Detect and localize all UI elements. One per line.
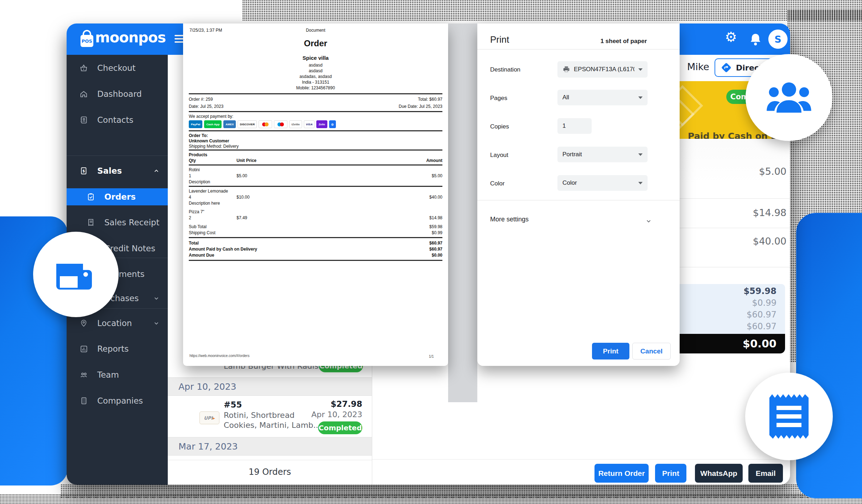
color-label: Color (490, 180, 505, 187)
payment-icon-zelle: Zelle (316, 120, 327, 128)
order-id: #55 (224, 400, 242, 409)
address-line: asdasd (183, 63, 448, 68)
payment-icon-card: ◎ (329, 120, 336, 128)
products-label: Products (189, 152, 207, 157)
sidebar-item-companies[interactable]: Companies (67, 392, 168, 409)
notification-bell-icon[interactable] (749, 32, 762, 46)
dialog-print-button[interactable]: Print (592, 343, 629, 359)
order-date: Apr 10, 2023 (311, 410, 362, 419)
more-settings-toggle[interactable]: More settings (490, 216, 667, 226)
sidebar-item-sales[interactable]: $ Sales (67, 162, 168, 179)
print-preview-backdrop (448, 23, 477, 402)
order-total-top: Total: $60.97 (418, 97, 442, 102)
order-number: Order #: 259 (189, 97, 213, 102)
payment-icon-paypal: PayPal (189, 120, 202, 128)
payment-icon-discover: DISCOVER (238, 120, 257, 128)
layout-select[interactable]: Portrait (557, 147, 648, 162)
settings-gear-icon[interactable]: ⚙ (725, 29, 737, 45)
item-amount: $5.00 (432, 173, 442, 178)
payment-icon-mastercard (259, 120, 272, 128)
user-avatar[interactable]: S (768, 30, 788, 49)
line-amount: $40.00 (753, 236, 786, 247)
moonpos-logo-icon: POS (78, 30, 95, 48)
direction-icon (721, 62, 732, 73)
order-items-line2: Cookies, Martini, Lamb... (224, 421, 321, 430)
shipping-method: Shipping Method: Delivery (189, 144, 239, 149)
item-unit: $7.49 (237, 215, 247, 220)
subtotal-value: $59.98 (429, 224, 442, 229)
dialog-cancel-button[interactable]: Cancel (632, 343, 671, 359)
total-value: $60.97 (429, 241, 442, 246)
clipboard-check-icon (87, 193, 95, 201)
receipt-icon (769, 394, 809, 439)
footer-url: https://web.mooninvoice.com/#/orders (189, 354, 249, 358)
customers-feature-circle (746, 54, 832, 141)
people-group-icon (766, 78, 812, 117)
sidebar-item-contacts[interactable]: Contacts (67, 111, 168, 128)
chevron-up-icon (153, 167, 160, 174)
sidebar-item-location[interactable]: Location (67, 315, 168, 332)
item-qty: 1 (189, 173, 191, 178)
return-order-button[interactable]: Return Order (594, 464, 649, 483)
destination-select[interactable]: EPSON47F13A (L6170 (557, 61, 648, 78)
amount-paid-value: $60.97 (429, 247, 442, 252)
chevron-down-icon (153, 320, 160, 327)
item-name: Rotini (189, 167, 200, 172)
amount-due-label: Amount Due (189, 253, 214, 258)
dropdown-caret-icon (638, 96, 643, 99)
bar-chart-icon (79, 345, 88, 353)
sidebar-item-orders[interactable]: Orders (67, 188, 168, 205)
svg-text:$: $ (83, 169, 85, 173)
sidebar-item-team[interactable]: Team (67, 366, 168, 383)
color-select[interactable]: Color (557, 175, 648, 191)
order-date: Date: Jul 25, 2023 (189, 104, 223, 109)
address-line: India - 313151 (183, 80, 448, 85)
line-amount: $14.98 (753, 207, 786, 218)
team-people-icon (79, 371, 88, 379)
location-pin-icon (79, 319, 88, 327)
home-icon (79, 90, 88, 98)
payment-icon-maestro (274, 120, 287, 128)
subtotal-value: $59.98 (743, 286, 777, 296)
payment-icon-amex: AMEX (223, 120, 236, 128)
dropdown-caret-icon (638, 182, 643, 184)
status-badge: Completed (318, 421, 362, 434)
whatsapp-button[interactable]: WhatsApp (695, 464, 743, 483)
pages-select[interactable]: All (557, 90, 648, 105)
receipt-icon (87, 218, 95, 227)
item-name: Lavender Lemonade (189, 189, 228, 194)
amount-due-value: $0.00 (743, 337, 777, 350)
item-desc: Description here (189, 201, 220, 206)
payment-icon-visa: VISA (304, 120, 315, 128)
sheet-count: 1 sheet of paper (601, 38, 647, 45)
address-line: asdadas, asdasd (183, 74, 448, 79)
line-amount: $5.00 (759, 166, 786, 177)
upi-payment-icon: UPI▸ (199, 411, 219, 424)
unit-price-column: Unit Price (237, 158, 256, 163)
print-action-button[interactable]: Print (655, 464, 686, 483)
email-button[interactable]: Email (748, 464, 783, 483)
paid-value: $60.97 (747, 321, 777, 331)
noise-bottom-edge (0, 494, 862, 504)
item-amount: $40.00 (429, 195, 442, 200)
svg-text:POS: POS (82, 38, 92, 44)
page-indicator: 1/1 (429, 355, 434, 358)
order-row[interactable]: UPI▸ #55 Rotini, Shortbread Cookies, Mar… (168, 396, 372, 437)
preview-doc-title: Document (183, 28, 448, 33)
shipping-value: $0.99 (752, 298, 777, 308)
copies-input[interactable]: 1 (557, 118, 592, 134)
orders-count-footer: 19 Orders (168, 467, 372, 477)
sidebar-item-reports[interactable]: Reports (67, 340, 168, 357)
qty-column: Qty (189, 158, 196, 163)
chevron-down-icon (645, 217, 653, 225)
item-qty: 2 (189, 215, 191, 220)
item-amount: $14.98 (429, 215, 442, 220)
sidebar-item-dashboard[interactable]: Dashboard (67, 85, 168, 103)
sidebar-item-sales-receipt[interactable]: Sales Receipt (67, 214, 168, 231)
print-preview-page: 7/25/23, 1:37 PM Document Order Spice vi… (183, 23, 448, 366)
chevron-down-icon (153, 295, 160, 302)
building-icon (79, 397, 88, 405)
layout-label: Layout (490, 152, 508, 159)
sidebar-item-checkout[interactable]: Checkout (67, 59, 168, 77)
address-book-icon (79, 116, 88, 124)
